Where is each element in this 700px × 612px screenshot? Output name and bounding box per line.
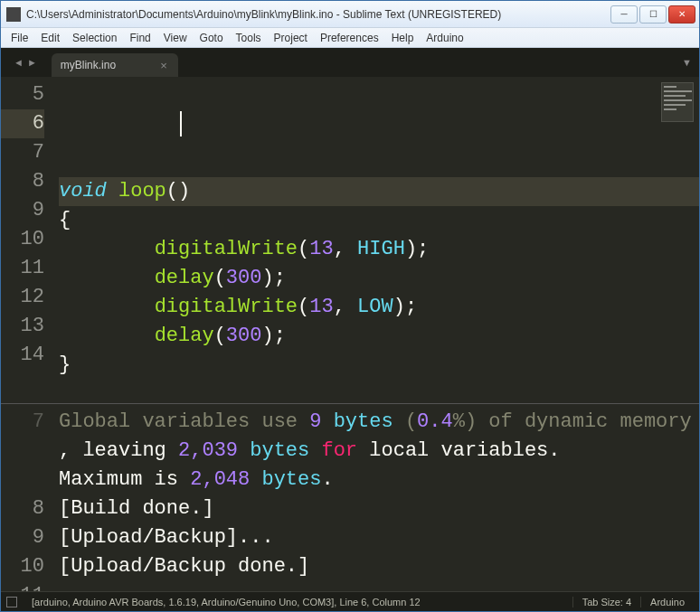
code-line[interactable]: digitalWrite(13, HIGH); [59,235,699,264]
code-line[interactable]: Maximum is 2,048 bytes. [59,466,699,494]
menu-arduino[interactable]: Arduino [420,28,469,47]
minimap[interactable] [661,82,694,122]
status-left[interactable]: [arduino, Arduino AVR Boards, 1.6.19, Ar… [23,597,430,607]
code-line[interactable]: [Build done.] [59,494,699,523]
line-number: 9 [1,523,44,552]
tab-next-icon[interactable]: ► [27,57,37,68]
code-line[interactable] [59,380,699,404]
panes: 567891011121314 void loop(){ digitalWrit… [1,77,699,591]
line-number: 9 [1,196,44,225]
menubar: FileEditSelectionFindViewGotoToolsProjec… [1,28,699,48]
line-number [1,437,44,466]
statusbar-icon [6,597,17,607]
close-button[interactable]: ✕ [668,5,695,24]
code-line[interactable]: digitalWrite(13, LOW); [59,293,699,322]
gutter-bottom: 7891011 [1,404,52,591]
code-line[interactable]: delay(300); [59,322,699,351]
code-line[interactable]: , leaving 2,039 bytes for local variable… [59,437,699,466]
line-number: 8 [1,494,44,523]
statusbar: [arduino, Arduino AVR Boards, 1.6.19, Ar… [1,591,699,611]
app-icon [6,7,21,22]
code-line[interactable]: [Upload/Backup done.] [59,552,699,581]
tabbar: ◄ ► myBlink.ino × ▼ [1,48,699,77]
line-number: 10 [1,552,44,581]
menu-edit[interactable]: Edit [34,28,66,47]
menu-goto[interactable]: Goto [194,28,230,47]
maximize-button[interactable]: ☐ [639,5,667,24]
code-pane-bottom[interactable]: 7891011 Global variables use 9 bytes (0.… [1,404,699,591]
tab-close-icon[interactable]: × [158,59,169,72]
line-number: 13 [1,312,44,341]
menu-selection[interactable]: Selection [66,28,123,47]
menu-project[interactable]: Project [268,28,314,47]
code-line[interactable]: void loop() [59,177,699,206]
titlebar: C:\Users\Administrator\Documents\Arduino… [1,1,699,28]
line-number: 14 [1,341,44,370]
window-buttons: ─ ☐ ✕ [610,5,695,24]
menu-help[interactable]: Help [385,28,421,47]
line-number: 7 [1,138,44,167]
line-number: 11 [1,581,44,591]
menu-preferences[interactable]: Preferences [314,28,385,47]
code-line[interactable] [59,581,699,591]
code-bottom[interactable]: Global variables use 9 bytes (0.4%) of d… [52,404,699,591]
menu-find[interactable]: Find [123,28,156,47]
line-number: 11 [1,254,44,283]
tab-nav: ◄ ► [6,48,44,77]
menu-view[interactable]: View [157,28,194,47]
minimize-button[interactable]: ─ [610,5,638,24]
line-number: 10 [1,225,44,254]
gutter-top: 567891011121314 [1,77,52,403]
menu-file[interactable]: File [5,28,34,47]
status-lang[interactable]: Arduino [640,597,694,607]
line-number: 8 [1,167,44,196]
code-line[interactable]: Global variables use 9 bytes (0.4%) of d… [59,408,699,437]
code-line[interactable]: { [59,206,699,235]
cursor-caret [180,111,182,137]
line-number: 5 [1,80,44,109]
tab-prev-icon[interactable]: ◄ [14,57,24,68]
editor-shell: ◄ ► myBlink.ino × ▼ 567891011121314 void… [1,48,699,591]
line-number: 12 [1,283,44,312]
tab-label: myBlink.ino [61,59,116,71]
code-line[interactable]: } [59,351,699,380]
code-top[interactable]: void loop(){ digitalWrite(13, HIGH); del… [52,77,699,403]
line-number [1,466,44,494]
line-number: 7 [1,408,44,437]
line-number: 6 [1,109,44,138]
code-line[interactable]: [Upload/Backup]... [59,523,699,552]
tab-myblink[interactable]: myBlink.ino × [52,53,178,77]
tab-overflow-icon[interactable]: ▼ [675,48,699,77]
window-title: C:\Users\Administrator\Documents\Arduino… [26,8,610,21]
code-pane-top[interactable]: 567891011121314 void loop(){ digitalWrit… [1,77,699,404]
menu-tools[interactable]: Tools [230,28,268,47]
status-tabsize[interactable]: Tab Size: 4 [572,597,640,607]
code-line[interactable] [59,148,699,177]
code-line[interactable]: delay(300); [59,264,699,293]
